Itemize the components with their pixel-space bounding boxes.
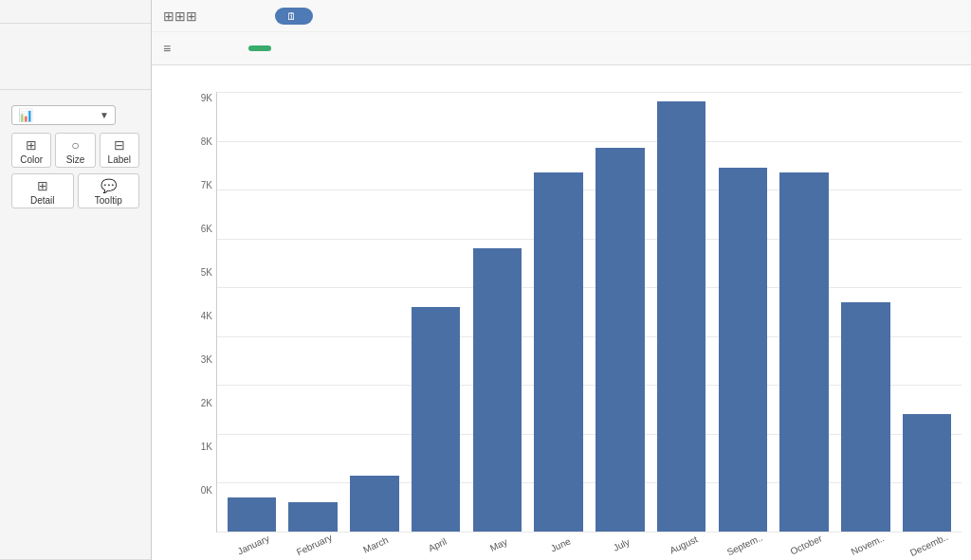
bar[interactable] [657, 101, 706, 532]
y-tick: 7K [180, 179, 212, 223]
y-tick: 6K [180, 223, 212, 266]
x-label-col: October [775, 536, 833, 551]
x-label: May [488, 536, 509, 553]
filters-section [0, 24, 151, 90]
main-content: ⊞⊞⊞ 🗓 ≡ 9K8K7K6K5K4K3K2K1K0K [152, 0, 971, 560]
x-label: Decemb.. [908, 532, 949, 558]
y-tick: 3K [180, 353, 212, 397]
marks-section: 📊 ▼ ⊞ Color ○ Size ⊟ Label ⊞ Detail [0, 90, 151, 560]
bar[interactable] [228, 497, 277, 532]
x-label: February [295, 533, 334, 558]
color-icon: ⊞ [26, 137, 37, 153]
calendar-icon: 🗓 [286, 10, 297, 22]
tooltip-label: Tooltip [95, 195, 122, 206]
x-label-col: July [591, 536, 649, 551]
columns-icon: ⊞⊞⊞ [163, 9, 197, 24]
bar[interactable] [595, 148, 645, 532]
bar[interactable] [841, 302, 890, 532]
columns-pill[interactable]: 🗓 [275, 8, 313, 25]
bar-col [592, 92, 650, 532]
size-icon: ○ [71, 137, 79, 153]
bar-col [407, 92, 465, 532]
chart-container: 9K8K7K6K5K4K3K2K1K0K JanuaryFebruaryMarc… [161, 88, 962, 551]
bar-col [714, 92, 772, 532]
marks-buttons-row1: ⊞ Color ○ Size ⊟ Label [11, 133, 139, 168]
bar-chart-icon: 📊 [18, 108, 33, 122]
size-button[interactable]: ○ Size [55, 133, 95, 168]
marks-type-select[interactable]: 📊 ▼ [11, 105, 116, 125]
x-label: August [668, 533, 699, 555]
label-button[interactable]: ⊟ Label [100, 133, 139, 168]
x-label: Novem.. [850, 533, 886, 557]
rows-row: ≡ [152, 32, 971, 64]
bar[interactable] [288, 502, 338, 532]
x-labels: JanuaryFebruaryMarchAprilMayJuneJulyAugu… [216, 533, 962, 551]
chart-plot: JanuaryFebruaryMarchAprilMayJuneJulyAugu… [216, 92, 962, 551]
chart-area: 9K8K7K6K5K4K3K2K1K0K JanuaryFebruaryMarc… [152, 65, 971, 560]
toolbar: ⊞⊞⊞ 🗓 ≡ [152, 0, 971, 65]
label-icon: ⊟ [114, 137, 125, 153]
bar[interactable] [412, 307, 461, 532]
x-label-col: June [529, 536, 587, 551]
bar[interactable] [534, 172, 583, 532]
bar[interactable] [350, 476, 399, 532]
bar-col [530, 92, 588, 532]
marks-buttons-row2: ⊞ Detail 💬 Tooltip [11, 173, 139, 208]
y-tick: 2K [180, 397, 212, 441]
y-axis: 9K8K7K6K5K4K3K2K1K0K [180, 92, 216, 551]
bar[interactable] [719, 168, 768, 532]
x-label: April [427, 536, 449, 553]
y-tick: 0K [180, 484, 212, 528]
tooltip-button[interactable]: 💬 Tooltip [78, 173, 140, 208]
x-label-col: March [345, 536, 403, 551]
y-tick: 4K [180, 310, 212, 353]
y-tick: 8K [180, 135, 212, 179]
x-label-col: April [406, 536, 464, 551]
y-tick: 5K [180, 266, 212, 310]
y-axis-label [161, 92, 178, 551]
rows-icon: ≡ [163, 41, 171, 56]
bar-col [776, 92, 834, 532]
y-tick: 1K [180, 441, 212, 484]
bar-col [652, 92, 710, 532]
x-label: Septem.. [725, 533, 764, 558]
bar[interactable] [903, 414, 952, 532]
x-label-col: Decemb.. [898, 536, 956, 551]
x-label: July [612, 536, 632, 552]
y-tick: 9K [180, 92, 212, 135]
bars-wrapper [216, 92, 962, 533]
columns-row: ⊞⊞⊞ 🗓 [152, 0, 971, 32]
x-label-col: Septem.. [714, 536, 772, 551]
pages-section [0, 0, 151, 24]
size-label: Size [66, 154, 84, 165]
x-label: March [361, 534, 390, 555]
chevron-down-icon: ▼ [100, 110, 109, 120]
bars-row [217, 92, 962, 532]
bar-col [346, 92, 404, 532]
bar[interactable] [779, 172, 829, 532]
detail-icon: ⊞ [37, 178, 48, 193]
label-label: Label [108, 154, 131, 165]
tooltip-icon: 💬 [101, 178, 117, 193]
bar-col [284, 92, 342, 532]
x-label-col: Novem.. [836, 536, 894, 551]
bar-col [837, 92, 895, 532]
x-label-col: February [284, 536, 341, 551]
x-label: June [549, 535, 572, 553]
sidebar: 📊 ▼ ⊞ Color ○ Size ⊟ Label ⊞ Detail [0, 0, 152, 560]
color-label: Color [20, 154, 43, 165]
bar-col [468, 92, 526, 532]
x-label: October [789, 533, 824, 556]
x-label-col: May [467, 536, 525, 551]
bar-col [898, 92, 956, 532]
detail-button[interactable]: ⊞ Detail [11, 173, 74, 208]
x-label: January [235, 533, 270, 556]
detail-label: Detail [30, 195, 55, 206]
color-button[interactable]: ⊞ Color [11, 133, 51, 168]
rows-pill[interactable] [248, 45, 271, 51]
bar[interactable] [473, 248, 522, 532]
chart-inner: 9K8K7K6K5K4K3K2K1K0K JanuaryFebruaryMarc… [161, 92, 962, 551]
x-label-col: January [222, 536, 280, 551]
bar-col [223, 92, 281, 532]
x-label-col: August [652, 536, 710, 551]
